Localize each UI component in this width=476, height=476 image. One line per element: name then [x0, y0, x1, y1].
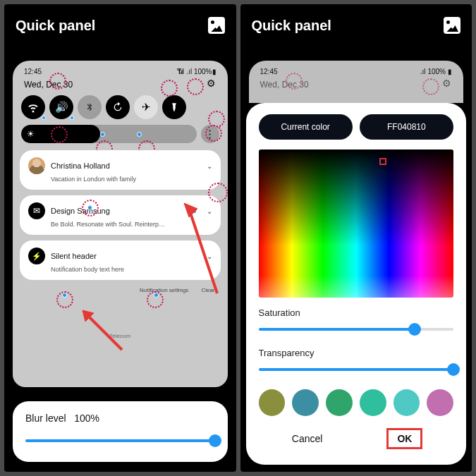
notif-title: Design Samsung [51, 207, 186, 215]
chevron-down-icon[interactable]: ⌄ [207, 207, 212, 215]
brightness-slider[interactable]: ☀ [21, 125, 197, 143]
color-gradient[interactable] [259, 149, 454, 298]
header-left: Quick panel [4, 4, 236, 42]
notification-card[interactable]: Silent header ⌄ Notification body text h… [20, 240, 221, 280]
notif-title: Christina Holland [51, 161, 201, 170]
swatch[interactable] [393, 389, 420, 416]
toggle-rotate[interactable] [106, 95, 130, 119]
toggle-wifi[interactable] [21, 95, 45, 119]
swatch[interactable] [292, 389, 319, 416]
saturation-slider[interactable] [259, 322, 454, 338]
gear-icon[interactable] [207, 80, 216, 90]
notif-body: Vacation in London with family [51, 176, 212, 183]
blur-slider[interactable] [25, 434, 215, 448]
quick-panel-preview-dimmed: 12:45 .ıl 100%▮ Wed, Dec 30 [249, 61, 464, 103]
chevron-down-icon[interactable]: ⌄ [207, 252, 212, 260]
color-swatches [259, 389, 454, 416]
status-icons: 📶︎ .ıl 100%▮ [177, 68, 216, 75]
selection-marker [187, 78, 204, 95]
toggle-flashlight[interactable] [162, 95, 186, 119]
quick-toggles-row: 🔊 ✈ [20, 95, 221, 125]
gradient-selector[interactable] [379, 158, 386, 165]
image-icon[interactable] [208, 17, 225, 34]
saturation-label: Saturation [259, 307, 454, 318]
svg-marker-1 [83, 310, 94, 322]
notification-actions: Notification settings Clear [20, 286, 221, 298]
phone-left: Quick panel 12:45 📶︎ .ıl 100%▮ Wed, Dec … [4, 4, 236, 472]
svg-line-0 [87, 315, 122, 350]
notif-body: Notification body text here [51, 266, 212, 273]
header-right: Quick panel [240, 4, 472, 42]
current-color-pill[interactable]: Current color [259, 114, 353, 140]
battery-text: .ıl 100%▮ [186, 68, 216, 75]
swatch[interactable] [259, 389, 286, 416]
transparency-label: Transparency [259, 348, 454, 358]
brightness-row[interactable]: ☀ [20, 125, 221, 150]
date-text: Wed, Dec 30 [24, 80, 73, 90]
avatar [28, 157, 45, 174]
notification-settings-link[interactable]: Notification settings [140, 287, 188, 293]
clear-link[interactable]: Clear [201, 287, 214, 293]
date-row: Wed, Dec 30 [20, 75, 221, 95]
toggle-bluetooth[interactable] [78, 95, 102, 119]
chevron-down-icon[interactable]: ⌄ [207, 162, 212, 170]
hex-pill[interactable]: FF040810 [360, 114, 453, 140]
carrier-label: Telecom [20, 333, 221, 339]
notif-body: Be Bold. Resonate with Soul. Reinterp… [51, 221, 212, 228]
ok-button[interactable]: OK [356, 426, 453, 451]
transparency-slider[interactable] [259, 362, 454, 378]
selection-marker [56, 291, 73, 308]
swatch[interactable] [360, 389, 386, 416]
blur-level-control: Blur level 100% [13, 401, 228, 462]
brightness-icon: ☀ [27, 129, 35, 139]
dialog-buttons: Cancel OK [259, 426, 454, 451]
statusbar: 12:45 📶︎ .ıl 100%▮ [20, 68, 221, 75]
page-title: Quick panel [16, 18, 95, 34]
notification-card[interactable]: Christina Holland ⌄ Vacation in London w… [20, 150, 221, 190]
notif-title: Silent header [51, 252, 201, 260]
swatch[interactable] [427, 389, 453, 416]
quick-panel-preview: 12:45 📶︎ .ıl 100%▮ Wed, Dec 30 🔊 ✈ [13, 61, 228, 387]
toggle-sound[interactable]: 🔊 [49, 95, 73, 119]
notification-card[interactable]: Design Samsung ⌄ Be Bold. Resonate with … [20, 195, 221, 235]
mail-icon [28, 202, 45, 219]
page-title: Quick panel [252, 18, 331, 34]
time: 12:45 [24, 68, 42, 75]
gear-icon [442, 80, 452, 90]
toggle-airplane[interactable]: ✈ [134, 95, 158, 119]
bolt-icon [28, 248, 45, 264]
selection-marker [147, 291, 164, 308]
signal-icon: 📶︎ [177, 68, 184, 75]
swatch[interactable] [326, 389, 353, 416]
brightness-more[interactable] [201, 125, 219, 143]
blur-label: Blur level 100% [25, 413, 215, 424]
color-picker-sheet: Current color FF040810 Saturation Transp… [246, 103, 467, 465]
image-icon[interactable] [444, 17, 460, 34]
cancel-button[interactable]: Cancel [259, 426, 356, 451]
phone-right: Quick panel 12:45 .ıl 100%▮ Wed, Dec 30 … [240, 4, 472, 472]
